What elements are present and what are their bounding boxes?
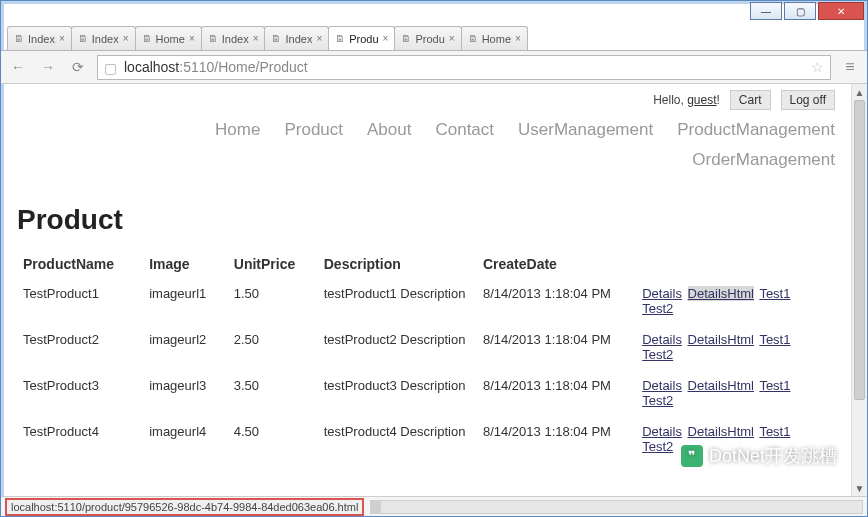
cell-unitprice: 1.50 (228, 278, 318, 324)
browser-tab[interactable]: 🗎Home× (461, 26, 528, 50)
tab-label: Index (285, 33, 312, 45)
page-content: Hello, guest! Cart Log off HomeProductAb… (1, 84, 851, 496)
cell-actions: Details DetailsHtml Test1Test2 (636, 324, 835, 370)
test1-link[interactable]: Test1 (759, 332, 790, 347)
test1-link[interactable]: Test1 (759, 378, 790, 393)
browser-tab[interactable]: 🗎Produ× (328, 26, 395, 50)
browser-tab[interactable]: 🗎Home× (135, 26, 202, 50)
scroll-up-arrow[interactable]: ▲ (852, 84, 867, 100)
window-frame: — ▢ ✕ 🗎Index×🗎Index×🗎Home×🗎Index×🗎Index×… (0, 0, 868, 517)
browser-tab[interactable]: 🗎Produ× (394, 26, 461, 50)
cell-image: imageurl3 (143, 370, 228, 416)
page-icon: 🗎 (78, 33, 88, 44)
details-link[interactable]: Details (642, 378, 682, 393)
test2-link[interactable]: Test2 (642, 439, 673, 454)
details-link[interactable]: Details (642, 424, 682, 439)
scroll-down-arrow[interactable]: ▼ (852, 480, 867, 496)
browser-tab[interactable]: 🗎Index× (201, 26, 266, 50)
page-viewport: Hello, guest! Cart Log off HomeProductAb… (1, 84, 867, 496)
details-html-link[interactable]: DetailsHtml (688, 286, 754, 301)
address-bar: ← → ⟳ ▢ localhost:5110/Home/Product ☆ ≡ (1, 51, 867, 84)
back-button[interactable]: ← (7, 56, 29, 78)
nav-link[interactable]: OrderManagement (692, 150, 835, 170)
table-row: TestProduct4imageurl44.50testProduct4 De… (17, 416, 835, 462)
tab-label: Home (156, 33, 185, 45)
tab-strip: 🗎Index×🗎Index×🗎Home×🗎Index×🗎Index×🗎Produ… (1, 25, 867, 51)
tab-label: Produ (349, 33, 378, 45)
cart-button[interactable]: Cart (730, 90, 771, 110)
column-header: CreateDate (477, 250, 636, 278)
tab-close-icon[interactable]: × (253, 33, 259, 44)
url-host: localhost (124, 59, 179, 75)
title-bar: — ▢ ✕ (1, 1, 867, 25)
test2-link[interactable]: Test2 (642, 347, 673, 362)
blank-page-icon: ▢ (104, 60, 118, 74)
forward-button[interactable]: → (37, 56, 59, 78)
tab-close-icon[interactable]: × (59, 33, 65, 44)
tab-label: Index (28, 33, 55, 45)
hello-text: Hello, guest! (653, 93, 720, 107)
status-bar: localhost:5110/product/95796526-98dc-4b7… (1, 496, 867, 516)
details-link[interactable]: Details (642, 286, 682, 301)
scroll-thumb[interactable] (854, 100, 865, 400)
nav-link[interactable]: About (367, 120, 411, 140)
test2-link[interactable]: Test2 (642, 301, 673, 316)
browser-tab[interactable]: 🗎Index× (71, 26, 136, 50)
tab-close-icon[interactable]: × (515, 33, 521, 44)
user-link[interactable]: guest (687, 93, 716, 107)
column-header: Description (318, 250, 477, 278)
page-icon: 🗎 (142, 33, 152, 44)
details-html-link[interactable]: DetailsHtml (688, 332, 754, 347)
cell-productname: TestProduct4 (17, 416, 143, 462)
logoff-button[interactable]: Log off (781, 90, 835, 110)
nav-link[interactable]: Contact (435, 120, 494, 140)
url-path: :5110/Home/Product (179, 59, 307, 75)
column-header: ProductName (17, 250, 143, 278)
nav-link[interactable]: ProductManagement (677, 120, 835, 140)
cell-actions: Details DetailsHtml Test1Test2 (636, 278, 835, 324)
column-header: UnitPrice (228, 250, 318, 278)
page-icon: 🗎 (335, 33, 345, 44)
cell-unitprice: 4.50 (228, 416, 318, 462)
tab-label: Index (222, 33, 249, 45)
window-maximize-button[interactable]: ▢ (784, 2, 816, 20)
tab-label: Home (482, 33, 511, 45)
cell-createdate: 8/14/2013 1:18:04 PM (477, 278, 636, 324)
nav-link[interactable]: Home (215, 120, 260, 140)
page-icon: 🗎 (271, 33, 281, 44)
window-close-button[interactable]: ✕ (818, 2, 864, 20)
cell-unitprice: 3.50 (228, 370, 318, 416)
bookmark-star-icon[interactable]: ☆ (811, 59, 824, 75)
details-link[interactable]: Details (642, 332, 682, 347)
details-html-link[interactable]: DetailsHtml (688, 424, 754, 439)
tab-close-icon[interactable]: × (316, 33, 322, 44)
column-header: Image (143, 250, 228, 278)
tab-label: Index (92, 33, 119, 45)
test1-link[interactable]: Test1 (759, 286, 790, 301)
cell-createdate: 8/14/2013 1:18:04 PM (477, 324, 636, 370)
url-input[interactable]: ▢ localhost:5110/Home/Product ☆ (97, 55, 831, 80)
cell-productname: TestProduct1 (17, 278, 143, 324)
vertical-scrollbar[interactable]: ▲ ▼ (851, 84, 867, 496)
tab-close-icon[interactable]: × (383, 33, 389, 44)
tab-close-icon[interactable]: × (449, 33, 455, 44)
browser-tab[interactable]: 🗎Index× (264, 26, 329, 50)
cell-image: imageurl4 (143, 416, 228, 462)
chrome-menu-button[interactable]: ≡ (839, 56, 861, 78)
tab-close-icon[interactable]: × (123, 33, 129, 44)
details-html-link[interactable]: DetailsHtml (688, 378, 754, 393)
cell-actions: Details DetailsHtml Test1Test2 (636, 370, 835, 416)
test2-link[interactable]: Test2 (642, 393, 673, 408)
browser-tab[interactable]: 🗎Index× (7, 26, 72, 50)
horizontal-scrollbar[interactable] (370, 500, 863, 514)
tab-close-icon[interactable]: × (189, 33, 195, 44)
hscroll-thumb[interactable] (371, 501, 381, 513)
window-minimize-button[interactable]: — (750, 2, 782, 20)
nav-link[interactable]: UserManagement (518, 120, 653, 140)
test1-link[interactable]: Test1 (759, 424, 790, 439)
reload-button[interactable]: ⟳ (67, 56, 89, 78)
column-header (636, 250, 835, 278)
main-nav-row2: OrderManagement (17, 146, 835, 176)
nav-link[interactable]: Product (284, 120, 343, 140)
page-icon: 🗎 (14, 33, 24, 44)
